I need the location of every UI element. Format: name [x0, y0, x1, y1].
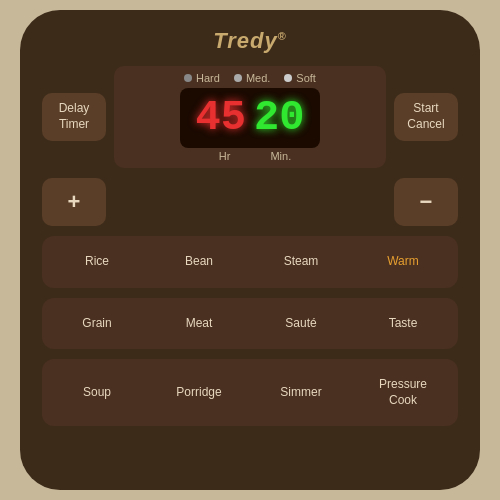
med-label: Med.: [246, 72, 270, 84]
hard-dot: [184, 74, 192, 82]
hardness-soft: Soft: [284, 72, 316, 84]
display-area: Hard Med. Soft 45 20 Hr Min.: [114, 66, 386, 168]
pressure-cook-button[interactable]: PressureCook: [354, 367, 452, 418]
taste-button[interactable]: Taste: [354, 306, 452, 342]
hard-label: Hard: [196, 72, 220, 84]
med-dot: [234, 74, 242, 82]
hr-label: Hr: [219, 150, 231, 162]
soup-button[interactable]: Soup: [48, 367, 146, 418]
delay-timer-button[interactable]: DelayTimer: [42, 93, 106, 140]
hardness-hard: Hard: [184, 72, 220, 84]
rice-button[interactable]: Rice: [48, 244, 146, 280]
grain-button[interactable]: Grain: [48, 306, 146, 342]
saute-button[interactable]: Sauté: [252, 306, 350, 342]
time-labels: Hr Min.: [209, 150, 291, 162]
simmer-button[interactable]: Simmer: [252, 367, 350, 418]
function-row-3: Soup Porridge Simmer PressureCook: [42, 359, 458, 426]
steam-button[interactable]: Steam: [252, 244, 350, 280]
min-label: Min.: [270, 150, 291, 162]
brand-logo: Tredy®: [213, 28, 287, 54]
function-row-2: Grain Meat Sauté Taste: [42, 298, 458, 350]
function-row-1: Rice Bean Steam Warm: [42, 236, 458, 288]
time-display: 45 20: [180, 88, 321, 148]
hardness-med: Med.: [234, 72, 270, 84]
hardness-row: Hard Med. Soft: [184, 72, 316, 84]
plus-button[interactable]: +: [42, 178, 106, 226]
warm-button[interactable]: Warm: [354, 244, 452, 280]
hour-display: 45: [196, 94, 246, 142]
meat-button[interactable]: Meat: [150, 306, 248, 342]
top-controls-row: DelayTimer Hard Med. Soft 45 20: [42, 66, 458, 168]
minute-display: 20: [254, 94, 304, 142]
minus-button[interactable]: −: [394, 178, 458, 226]
porridge-button[interactable]: Porridge: [150, 367, 248, 418]
device-panel: Tredy® DelayTimer Hard Med. Soft: [20, 10, 480, 490]
soft-label: Soft: [296, 72, 316, 84]
soft-dot: [284, 74, 292, 82]
bean-button[interactable]: Bean: [150, 244, 248, 280]
plus-minus-row: + −: [42, 178, 458, 226]
start-cancel-button[interactable]: StartCancel: [394, 93, 458, 140]
